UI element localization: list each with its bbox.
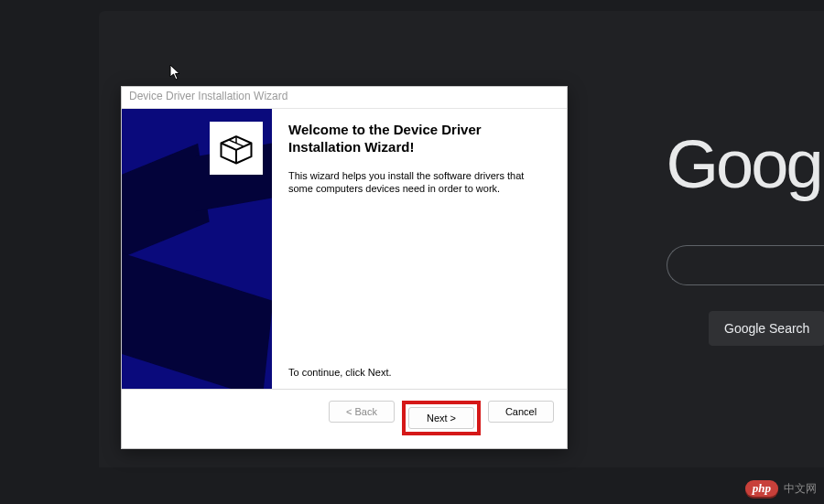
search-input[interactable] [667, 245, 824, 285]
dialog-button-row: < Back Next > Cancel [122, 389, 567, 448]
watermark-badge: php [745, 480, 778, 497]
cancel-button[interactable]: Cancel [488, 401, 554, 423]
installer-dialog: Device Driver Installation Wizard Welcom… [121, 86, 568, 449]
back-button: < Back [329, 401, 395, 423]
wizard-sidebar-graphic [122, 109, 272, 389]
google-logo: Googl [667, 125, 824, 203]
google-buttons-row: Google Search I'm Feeling L [709, 311, 824, 346]
wizard-heading: Welcome to the Device Driver Installatio… [288, 122, 550, 156]
wizard-description: This wizard helps you install the softwa… [288, 169, 550, 197]
google-search-button[interactable]: Google Search [709, 311, 824, 346]
next-button[interactable]: Next > [408, 407, 474, 429]
watermark-text: 中文网 [784, 481, 817, 497]
dialog-body: Welcome to the Device Driver Installatio… [122, 109, 567, 389]
dialog-titlebar[interactable]: Device Driver Installation Wizard [122, 87, 567, 109]
continue-hint: To continue, click Next. [288, 367, 550, 378]
watermark: php 中文网 [745, 480, 817, 497]
next-button-highlight: Next > [402, 401, 481, 435]
wizard-content: Welcome to the Device Driver Installatio… [272, 109, 567, 389]
installer-box-icon [210, 122, 263, 175]
